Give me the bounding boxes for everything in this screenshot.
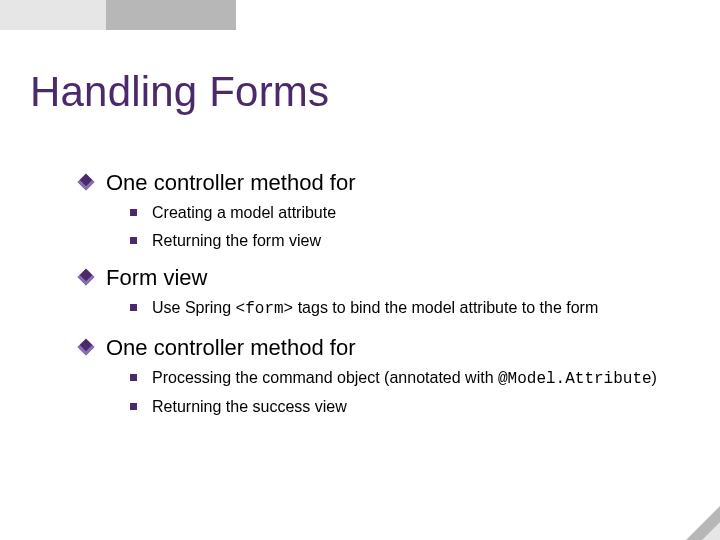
bullet-l2: Use Spring <form> tags to bind the model… xyxy=(130,297,690,321)
bullet-l2: Processing the command object (annotated… xyxy=(130,367,690,391)
header-accent xyxy=(0,0,236,30)
bullet-l2: Creating a model attribute xyxy=(130,202,690,224)
text-run: Processing the command object (annotated… xyxy=(152,369,498,386)
slide: Handling Forms One controller method for… xyxy=(0,0,720,540)
code-run: <form> xyxy=(236,300,294,318)
slide-title: Handling Forms xyxy=(30,68,329,116)
corner-accent xyxy=(686,506,720,540)
text-run: ) xyxy=(652,369,657,386)
bullet-l1: One controller method for xyxy=(80,170,690,196)
text-run: Use Spring xyxy=(152,299,236,316)
code-run: @Model.Attribute xyxy=(498,370,652,388)
text-run: tags to bind the model attribute to the … xyxy=(293,299,598,316)
bullet-l1: Form view xyxy=(80,265,690,291)
bullet-l2: Returning the form view xyxy=(130,230,690,252)
bullet-l1: One controller method for xyxy=(80,335,690,361)
bullet-l2: Returning the success view xyxy=(130,396,690,418)
slide-body: One controller method for Creating a mod… xyxy=(80,156,690,424)
